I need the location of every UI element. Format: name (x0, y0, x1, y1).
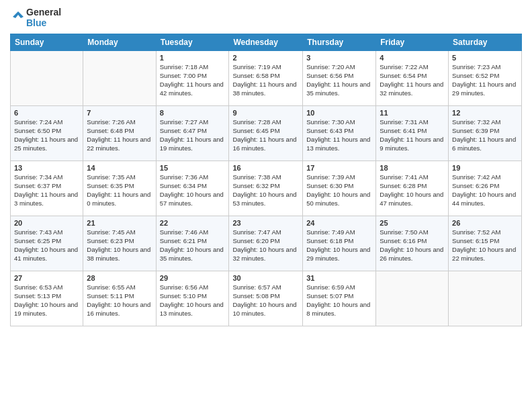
day-info: Sunrise: 7:39 AM Sunset: 6:30 PM Dayligh… (306, 173, 372, 208)
day-number: 2 (232, 54, 299, 62)
day-info: Sunrise: 7:22 AM Sunset: 6:54 PM Dayligh… (380, 63, 445, 97)
day-info: Sunrise: 7:18 AM Sunset: 7:00 PM Dayligh… (160, 63, 226, 97)
day-info: Sunrise: 7:38 AM Sunset: 6:32 PM Dayligh… (232, 173, 299, 208)
calendar-cell: 24Sunrise: 7:49 AM Sunset: 6:18 PM Dayli… (303, 216, 376, 271)
calendar-cell: 19Sunrise: 7:42 AM Sunset: 6:26 PM Dayli… (449, 161, 522, 216)
day-info: Sunrise: 7:20 AM Sunset: 6:56 PM Dayligh… (306, 63, 372, 97)
calendar-week-row: 13Sunrise: 7:34 AM Sunset: 6:37 PM Dayli… (11, 161, 522, 216)
calendar-cell: 7Sunrise: 7:26 AM Sunset: 6:48 PM Daylig… (83, 106, 156, 161)
svg-marker-0 (13, 11, 24, 18)
calendar-cell (11, 51, 83, 106)
calendar-cell: 30Sunrise: 6:57 AM Sunset: 5:08 PM Dayli… (229, 271, 303, 326)
day-number: 26 (452, 219, 518, 227)
day-info: Sunrise: 7:34 AM Sunset: 6:37 PM Dayligh… (14, 173, 79, 208)
day-info: Sunrise: 7:41 AM Sunset: 6:28 PM Dayligh… (380, 173, 445, 208)
day-info: Sunrise: 6:55 AM Sunset: 5:11 PM Dayligh… (87, 283, 152, 318)
logo-text-block: General Blue (26, 7, 61, 28)
calendar-cell (376, 271, 449, 326)
day-number: 10 (306, 109, 372, 117)
day-number: 15 (160, 164, 226, 172)
calendar-day-header: Sunday (11, 34, 83, 51)
logo-general-text: General (26, 7, 61, 17)
calendar-day-header: Tuesday (156, 34, 229, 51)
day-number: 24 (306, 219, 372, 227)
calendar-cell: 18Sunrise: 7:41 AM Sunset: 6:28 PM Dayli… (376, 161, 449, 216)
calendar-day-header: Saturday (449, 34, 522, 51)
day-number: 8 (160, 109, 226, 117)
day-info: Sunrise: 7:31 AM Sunset: 6:41 PM Dayligh… (380, 118, 445, 152)
calendar-cell: 12Sunrise: 7:32 AM Sunset: 6:39 PM Dayli… (449, 106, 522, 161)
calendar-cell: 23Sunrise: 7:47 AM Sunset: 6:20 PM Dayli… (229, 216, 303, 271)
calendar-cell: 5Sunrise: 7:23 AM Sunset: 6:52 PM Daylig… (449, 51, 522, 106)
day-number: 11 (380, 109, 445, 117)
calendar-cell: 10Sunrise: 7:30 AM Sunset: 6:43 PM Dayli… (303, 106, 376, 161)
day-info: Sunrise: 7:32 AM Sunset: 6:39 PM Dayligh… (452, 118, 518, 152)
calendar-week-row: 27Sunrise: 6:53 AM Sunset: 5:13 PM Dayli… (11, 271, 522, 326)
logo-bird-icon (10, 10, 26, 25)
calendar-cell: 26Sunrise: 7:52 AM Sunset: 6:15 PM Dayli… (449, 216, 522, 271)
day-number: 3 (306, 54, 372, 62)
day-number: 9 (232, 109, 299, 117)
calendar-cell: 28Sunrise: 6:55 AM Sunset: 5:11 PM Dayli… (83, 271, 156, 326)
day-info: Sunrise: 7:35 AM Sunset: 6:35 PM Dayligh… (87, 173, 152, 208)
day-info: Sunrise: 7:28 AM Sunset: 6:45 PM Dayligh… (232, 118, 299, 152)
day-number: 17 (306, 164, 372, 172)
calendar-week-row: 20Sunrise: 7:43 AM Sunset: 6:25 PM Dayli… (11, 216, 522, 271)
day-number: 30 (232, 274, 299, 282)
day-info: Sunrise: 6:57 AM Sunset: 5:08 PM Dayligh… (232, 283, 299, 318)
calendar-cell: 1Sunrise: 7:18 AM Sunset: 7:00 PM Daylig… (156, 51, 229, 106)
day-info: Sunrise: 7:47 AM Sunset: 6:20 PM Dayligh… (232, 228, 299, 263)
calendar-cell: 4Sunrise: 7:22 AM Sunset: 6:54 PM Daylig… (376, 51, 449, 106)
day-number: 12 (452, 109, 518, 117)
calendar-week-row: 6Sunrise: 7:24 AM Sunset: 6:50 PM Daylig… (11, 106, 522, 161)
calendar-cell: 13Sunrise: 7:34 AM Sunset: 6:37 PM Dayli… (11, 161, 83, 216)
calendar-cell: 20Sunrise: 7:43 AM Sunset: 6:25 PM Dayli… (11, 216, 83, 271)
calendar-cell (83, 51, 156, 106)
calendar-cell: 25Sunrise: 7:50 AM Sunset: 6:16 PM Dayli… (376, 216, 449, 271)
day-info: Sunrise: 6:53 AM Sunset: 5:13 PM Dayligh… (14, 283, 79, 318)
day-number: 23 (232, 219, 299, 227)
day-info: Sunrise: 7:43 AM Sunset: 6:25 PM Dayligh… (14, 228, 79, 263)
calendar-cell: 6Sunrise: 7:24 AM Sunset: 6:50 PM Daylig… (11, 106, 83, 161)
calendar-week-row: 1Sunrise: 7:18 AM Sunset: 7:00 PM Daylig… (11, 51, 522, 106)
day-info: Sunrise: 6:56 AM Sunset: 5:10 PM Dayligh… (160, 283, 226, 318)
calendar-cell: 16Sunrise: 7:38 AM Sunset: 6:32 PM Dayli… (229, 161, 303, 216)
day-info: Sunrise: 6:59 AM Sunset: 5:07 PM Dayligh… (306, 283, 372, 318)
day-number: 1 (160, 54, 226, 62)
logo-blue-text: Blue (26, 17, 61, 28)
calendar-header-row: SundayMondayTuesdayWednesdayThursdayFrid… (11, 34, 522, 51)
day-number: 31 (306, 274, 372, 282)
day-number: 22 (160, 219, 226, 227)
day-number: 20 (14, 219, 79, 227)
day-info: Sunrise: 7:49 AM Sunset: 6:18 PM Dayligh… (306, 228, 372, 263)
calendar-table: SundayMondayTuesdayWednesdayThursdayFrid… (10, 34, 522, 326)
calendar-cell: 27Sunrise: 6:53 AM Sunset: 5:13 PM Dayli… (11, 271, 83, 326)
day-info: Sunrise: 7:19 AM Sunset: 6:58 PM Dayligh… (232, 63, 299, 97)
calendar-cell (449, 271, 522, 326)
calendar-cell: 31Sunrise: 6:59 AM Sunset: 5:07 PM Dayli… (303, 271, 376, 326)
day-info: Sunrise: 7:23 AM Sunset: 6:52 PM Dayligh… (452, 63, 518, 97)
calendar-day-header: Thursday (303, 34, 376, 51)
day-info: Sunrise: 7:42 AM Sunset: 6:26 PM Dayligh… (452, 173, 518, 208)
day-number: 14 (87, 164, 152, 172)
day-info: Sunrise: 7:36 AM Sunset: 6:34 PM Dayligh… (160, 173, 226, 208)
day-number: 25 (380, 219, 445, 227)
calendar-cell: 22Sunrise: 7:46 AM Sunset: 6:21 PM Dayli… (156, 216, 229, 271)
day-info: Sunrise: 7:26 AM Sunset: 6:48 PM Dayligh… (87, 118, 152, 152)
day-number: 28 (87, 274, 152, 282)
day-number: 13 (14, 164, 79, 172)
header: General Blue (10, 7, 522, 28)
day-info: Sunrise: 7:50 AM Sunset: 6:16 PM Dayligh… (380, 228, 445, 263)
calendar-cell: 15Sunrise: 7:36 AM Sunset: 6:34 PM Dayli… (156, 161, 229, 216)
day-number: 19 (452, 164, 518, 172)
day-info: Sunrise: 7:27 AM Sunset: 6:47 PM Dayligh… (160, 118, 226, 152)
day-number: 18 (380, 164, 445, 172)
calendar-cell: 9Sunrise: 7:28 AM Sunset: 6:45 PM Daylig… (229, 106, 303, 161)
calendar-cell: 29Sunrise: 6:56 AM Sunset: 5:10 PM Dayli… (156, 271, 229, 326)
day-number: 16 (232, 164, 299, 172)
calendar-cell: 8Sunrise: 7:27 AM Sunset: 6:47 PM Daylig… (156, 106, 229, 161)
day-number: 6 (14, 109, 79, 117)
calendar-cell: 3Sunrise: 7:20 AM Sunset: 6:56 PM Daylig… (303, 51, 376, 106)
day-number: 7 (87, 109, 152, 117)
day-number: 21 (87, 219, 152, 227)
